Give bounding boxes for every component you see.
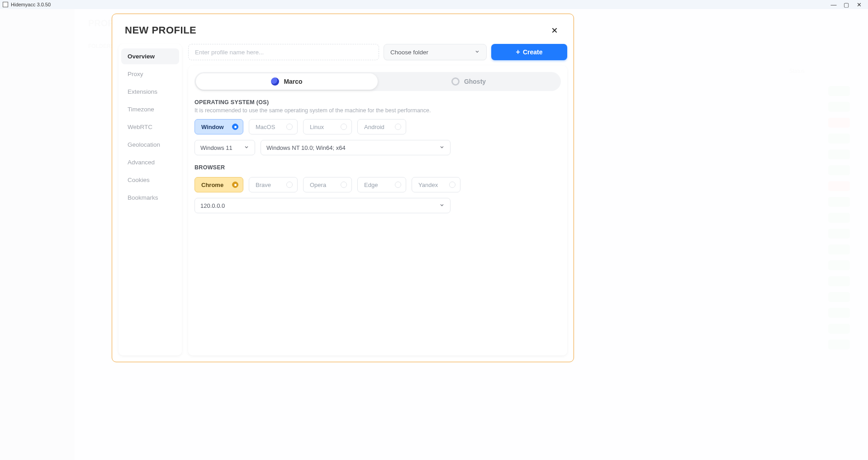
browser-option-opera[interactable]: Opera (303, 177, 352, 192)
pill-label: Linux (310, 124, 324, 130)
window-title: Hidemyacc 3.0.50 (11, 2, 51, 7)
tab-geolocation[interactable]: Geolocation (121, 137, 179, 153)
os-option-linux[interactable]: Linux (303, 119, 352, 134)
tab-advanced[interactable]: Advanced (121, 154, 179, 170)
engine-option-ghosty[interactable]: Ghosty (378, 73, 560, 90)
radio-icon (341, 124, 347, 130)
browser-options-row: Chrome Brave Opera Edge (194, 177, 561, 192)
tab-bookmarks[interactable]: Bookmarks (121, 190, 179, 206)
pill-label: Brave (256, 182, 271, 188)
tab-overview[interactable]: Overview (121, 48, 179, 64)
folder-select-label: Choose folder (390, 49, 428, 56)
browser-version-select[interactable]: 120.0.0.0 (194, 198, 451, 213)
radio-icon (449, 182, 455, 188)
os-section-subtitle: It is recommended to use the same operat… (194, 107, 561, 114)
create-button[interactable]: + Create (491, 44, 567, 60)
browser-option-yandex[interactable]: Yandex (412, 177, 460, 192)
engine-label: Ghosty (464, 78, 486, 85)
engine-toggle: Marco Ghosty (194, 72, 561, 91)
pill-label: Edge (364, 182, 378, 188)
create-button-label: Create (523, 48, 543, 56)
tab-label: Overview (128, 53, 155, 60)
select-value: Windows NT 10.0; Win64; x64 (266, 144, 346, 151)
os-option-macos[interactable]: MacOS (249, 119, 298, 134)
radio-icon (286, 182, 293, 188)
tab-label: Advanced (128, 159, 155, 166)
browser-option-brave[interactable]: Brave (249, 177, 298, 192)
select-value: Windows 11 (200, 144, 232, 151)
tab-proxy[interactable]: Proxy (121, 66, 179, 82)
profile-name-input[interactable] (188, 44, 379, 60)
radio-icon (395, 124, 401, 130)
radio-icon (286, 124, 293, 130)
pill-label: MacOS (256, 124, 275, 130)
chevron-down-icon (474, 49, 480, 56)
tab-label: Cookies (128, 177, 150, 183)
radio-icon (232, 182, 238, 188)
os-section-title: OPERATING SYSTEM (OS) (194, 99, 561, 105)
os-version-select[interactable]: Windows 11 (194, 140, 255, 155)
choose-folder-select[interactable]: Choose folder (384, 44, 487, 60)
window-minimize-button[interactable]: — (827, 1, 840, 8)
pill-label: Android (364, 124, 384, 130)
pill-label: Yandex (418, 182, 438, 188)
modal-side-tabs: Overview Proxy Extensions Timezone WebRT… (119, 44, 182, 355)
chevron-down-icon (439, 144, 445, 151)
tab-label: WebRTC (128, 124, 152, 130)
tab-timezone[interactable]: Timezone (121, 101, 179, 117)
tab-label: Extensions (128, 88, 157, 95)
os-options-row: Window MacOS Linux Android (194, 119, 561, 134)
pill-label: Window (201, 124, 224, 130)
os-option-window[interactable]: Window (194, 119, 243, 134)
tab-extensions[interactable]: Extensions (121, 84, 179, 100)
tab-label: Bookmarks (128, 194, 158, 201)
browser-option-chrome[interactable]: Chrome (194, 177, 243, 192)
modal-title: NEW PROFILE (125, 24, 196, 36)
radio-icon (341, 182, 347, 188)
close-icon[interactable] (548, 24, 561, 37)
user-agent-select[interactable]: Windows NT 10.0; Win64; x64 (261, 140, 451, 155)
browser-option-edge[interactable]: Edge (357, 177, 406, 192)
radio-icon (395, 182, 401, 188)
marco-icon (271, 77, 279, 86)
window-maximize-button[interactable]: ▢ (840, 1, 853, 8)
radio-icon (232, 124, 238, 130)
ghosty-icon (451, 77, 460, 86)
chevron-down-icon (439, 202, 445, 209)
new-profile-modal: NEW PROFILE Overview Proxy Extensions Ti… (112, 14, 574, 362)
chevron-down-icon (244, 144, 249, 151)
os-option-android[interactable]: Android (357, 119, 406, 134)
window-titlebar: Hidemyacc 3.0.50 — ▢ ✕ (0, 0, 868, 9)
engine-label: Marco (284, 78, 302, 85)
tab-cookies[interactable]: Cookies (121, 172, 179, 188)
tab-label: Timezone (128, 106, 154, 113)
select-value: 120.0.0.0 (200, 202, 225, 209)
tab-label: Proxy (128, 71, 143, 77)
app-icon (3, 2, 8, 7)
pill-label: Opera (310, 182, 326, 188)
pill-label: Chrome (201, 182, 223, 188)
window-close-button[interactable]: ✕ (853, 1, 865, 8)
tab-label: Geolocation (128, 141, 160, 148)
browser-section-title: BROWSER (194, 164, 561, 171)
plus-icon: + (516, 48, 520, 56)
tab-webrtc[interactable]: WebRTC (121, 119, 179, 135)
engine-option-marco[interactable]: Marco (196, 73, 378, 90)
